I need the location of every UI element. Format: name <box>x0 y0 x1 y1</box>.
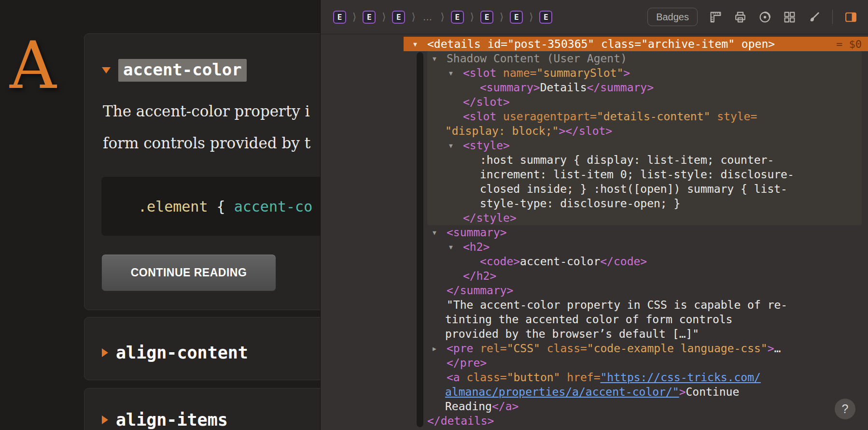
align-items-summary[interactable]: align-items <box>102 388 228 430</box>
align-content-summary[interactable]: align-content <box>102 317 248 388</box>
code-selector: .element <box>138 198 208 215</box>
brush-icon[interactable] <box>808 11 821 24</box>
tree-row[interactable]: "display: block;"></slot> <box>321 124 868 138</box>
tree-row[interactable]: </pre> <box>321 356 868 370</box>
contrast-icon[interactable] <box>758 11 771 24</box>
tree-row[interactable]: </details> <box>321 414 868 428</box>
syntax-t: <h2> <box>463 241 490 253</box>
tree-row[interactable]: </h2> <box>321 269 868 283</box>
sidebar-toggle-icon[interactable] <box>844 11 857 24</box>
disclosure-closed-icon <box>102 348 108 357</box>
breadcrumb-chevron-icon: ⟩ <box>441 11 445 23</box>
syntax-v: "code-example language-css" <box>587 342 768 355</box>
breadcrumb-element-badge[interactable]: E <box>333 11 346 24</box>
syntax-g: Shadow Content (User Agent) <box>447 52 627 65</box>
disclosure-open-icon <box>102 67 111 73</box>
syntax-x: accent-color <box>520 255 600 268</box>
tree-row[interactable]: ▼<slot name="summarySlot"> <box>321 66 868 80</box>
syntax-t: </style> <box>463 212 517 224</box>
breadcrumb-element-badge[interactable]: E <box>451 11 464 24</box>
syntax-t: > <box>623 67 630 79</box>
ruler-icon[interactable] <box>709 11 722 24</box>
web-inspector-panel: E⟩E⟩E⟩…⟩E⟩E⟩E⟩E Badges <box>320 0 868 430</box>
syntax-v: "details-content" <box>597 110 710 123</box>
tree-row[interactable]: <summary>Details</summary> <box>321 80 868 95</box>
syntax-l: almanac/properties/a/accent-color/" <box>445 386 679 398</box>
tree-row-selected[interactable]: ▼<details id="post-350365" class="archiv… <box>321 37 868 51</box>
tree-row[interactable]: <a class="button" href="https://css-tric… <box>321 370 868 385</box>
syntax-x: "The accent-color property in CSS is cap… <box>447 299 787 311</box>
card-title-align-content: align-content <box>116 343 248 362</box>
dom-tree: ▼<details id="post-350365" class="archiv… <box>321 34 868 430</box>
breadcrumb-element-badge[interactable]: E <box>363 11 376 24</box>
disclosure-closed-icon[interactable]: ▶ <box>433 345 447 352</box>
tree-row[interactable]: <code>accent-color</code> <box>321 254 868 269</box>
syntax-x: … <box>774 342 781 355</box>
disclosure-open-icon[interactable]: ▼ <box>449 70 463 77</box>
tree-row[interactable]: closed inside; } :host([open]) summary {… <box>321 182 868 196</box>
tree-row[interactable]: </style> <box>321 211 868 225</box>
card-paragraph-line-1: The accent-color property i <box>103 102 310 120</box>
disclosure-open-icon[interactable]: ▼ <box>413 41 427 48</box>
tree-row[interactable]: ▼<summary> <box>321 225 868 240</box>
breadcrumb-ellipsis[interactable]: … <box>423 12 434 23</box>
card-title-align-items: align-items <box>116 410 228 430</box>
tree-row[interactable]: ▼<style> <box>321 138 868 153</box>
tree-row[interactable]: increment: list-item 0; list-style: disc… <box>321 167 868 182</box>
syntax-l: "https://css-tricks.com/ <box>601 371 761 384</box>
card-accent-color: accent-color The accent-color property i… <box>84 33 360 310</box>
tree-row[interactable]: tinting the accented color of form contr… <box>321 312 868 327</box>
tree-row[interactable]: "The accent-color property in CSS is cap… <box>321 298 868 312</box>
tree-row[interactable]: ▼Shadow Content (User Agent) <box>321 51 868 66</box>
breadcrumb-element-badge[interactable]: E <box>480 11 493 24</box>
disclosure-open-icon[interactable]: ▼ <box>449 244 463 251</box>
tree-row[interactable]: provided by the browser’s default […]" <box>321 327 868 341</box>
card-paragraph-line-2: form controls provided by t <box>103 134 310 152</box>
syntax-x: style-type: disclosure-open; } <box>480 197 680 210</box>
syntax-x: provided by the browser’s default […]" <box>445 328 699 340</box>
accent-color-summary[interactable]: accent-color <box>102 59 247 82</box>
card-align-content: align-content <box>84 317 360 380</box>
tree-row[interactable]: ▶<pre rel="CSS" class="code-example lang… <box>321 341 868 356</box>
tree-row[interactable]: almanac/properties/a/accent-color/">Cont… <box>321 385 868 399</box>
syntax-a: name= <box>503 67 536 79</box>
card-align-items: align-items <box>84 388 360 430</box>
tree-row[interactable]: Reading</a> <box>321 399 868 414</box>
syntax-t: ></slot> <box>559 125 612 137</box>
tree-row[interactable]: <slot useragentpart="details-content" st… <box>321 109 868 124</box>
tree-row[interactable]: :host summary { display: list-item; coun… <box>321 153 868 167</box>
syntax-x: closed inside; } :host([open]) summary {… <box>480 183 787 195</box>
toolbar-controls: Badges <box>647 8 868 26</box>
syntax-t: <a <box>447 371 467 384</box>
section-letter: A <box>10 28 56 103</box>
tree-row[interactable]: style-type: disclosure-open; } <box>321 196 868 211</box>
syntax-x: :host summary { display: list-item; coun… <box>480 154 774 166</box>
syntax-a: class= <box>540 342 587 355</box>
breadcrumb-element-badge[interactable]: E <box>392 11 405 24</box>
disclosure-open-icon[interactable]: ▼ <box>433 229 447 236</box>
syntax-t: </slot> <box>463 96 510 108</box>
syntax-v: "summarySlot" <box>536 67 623 79</box>
card-title-accent-color: accent-color <box>118 59 247 82</box>
syntax-v: "button" <box>507 371 560 384</box>
syntax-x: increment: list-item 0; list-style: disc… <box>480 168 794 181</box>
syntax-a: useragentpart= <box>503 110 597 123</box>
tree-row[interactable]: </slot> <box>321 95 868 109</box>
tree-row[interactable]: </summary> <box>321 283 868 298</box>
syntax-t: <pre <box>447 342 480 355</box>
code-punctuation: { <box>208 198 234 215</box>
syntax-a: class= <box>594 38 641 50</box>
breadcrumb-element-badge[interactable]: E <box>510 11 523 24</box>
console-reference: = $0 <box>836 38 868 50</box>
tree-row[interactable]: ▼<h2> <box>321 240 868 254</box>
print-icon[interactable] <box>734 11 747 24</box>
disclosure-open-icon[interactable]: ▼ <box>433 55 447 62</box>
badges-button[interactable]: Badges <box>647 8 698 26</box>
disclosure-open-icon[interactable]: ▼ <box>449 142 463 149</box>
syntax-v: "archive-item" <box>641 38 735 50</box>
grid-icon[interactable] <box>783 11 796 24</box>
syntax-a: class= <box>467 371 507 384</box>
syntax-t: </summary> <box>447 284 513 297</box>
continue-reading-button[interactable]: CONTINUE READING <box>101 254 276 291</box>
breadcrumb-element-badge[interactable]: E <box>539 11 552 24</box>
